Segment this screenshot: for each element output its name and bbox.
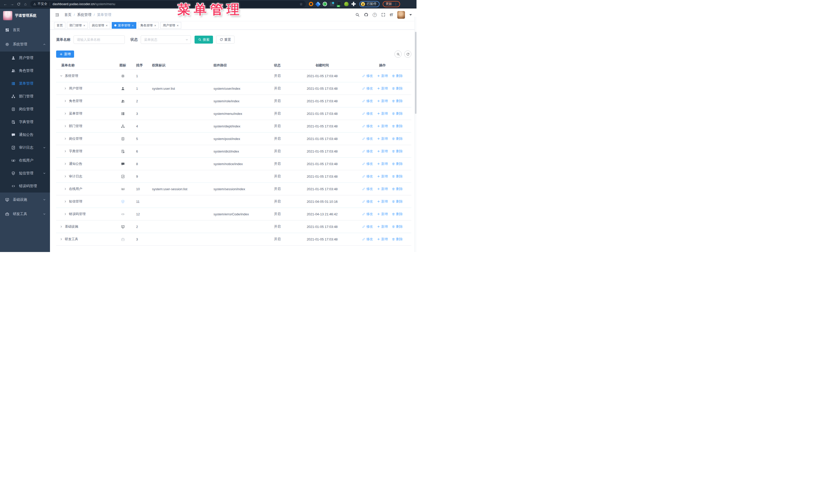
add-child-link[interactable]: 新增: [377, 162, 388, 166]
edit-link[interactable]: 修改: [362, 224, 373, 229]
delete-link[interactable]: 删除: [392, 99, 403, 103]
table-row[interactable]: 角色管理 2 system/role/index 开启 2021-01-05 1…: [56, 95, 411, 107]
sidebar-item-menu-table[interactable]: 菜单管理: [0, 77, 50, 90]
edit-link[interactable]: 修改: [362, 149, 373, 153]
sidebar-item-gear[interactable]: 系统管理: [0, 37, 50, 51]
user-menu-caret-icon[interactable]: [409, 14, 412, 16]
delete-link[interactable]: 删除: [392, 74, 403, 78]
edit-link[interactable]: 修改: [362, 99, 373, 103]
delete-link[interactable]: 删除: [392, 199, 403, 204]
delete-link[interactable]: 删除: [392, 237, 403, 241]
table-row[interactable]: 字典管理 6 system/dict/index 开启 2021-01-05 1…: [56, 145, 411, 158]
extension-check-icon[interactable]: [323, 2, 327, 6]
tab-close-icon[interactable]: ×: [132, 24, 134, 27]
add-child-link[interactable]: 新增: [377, 149, 388, 153]
add-child-link[interactable]: 新增: [377, 199, 388, 204]
edit-link[interactable]: 修改: [362, 136, 373, 141]
table-row[interactable]: 系统管理 1 开启 2021-01-05 17:03:48 修改 新增 删除: [56, 70, 411, 82]
add-child-link[interactable]: 新增: [377, 111, 388, 116]
sidebar-item-dashboard[interactable]: 首页: [0, 23, 50, 37]
sidebar-item-badge[interactable]: 岗位管理: [0, 103, 50, 116]
tab[interactable]: 菜单管理 ×: [112, 22, 136, 29]
edit-link[interactable]: 修改: [362, 86, 373, 91]
add-child-link[interactable]: 新增: [377, 124, 388, 128]
tab-close-icon[interactable]: ×: [83, 24, 85, 27]
sidebar-item-user[interactable]: 用户管理: [0, 51, 50, 64]
tab[interactable]: 岗位管理 ×: [90, 22, 111, 29]
add-child-link[interactable]: 新增: [377, 224, 388, 229]
sidebar-item-tree[interactable]: 部门管理: [0, 90, 50, 103]
sidebar-item-online[interactable]: 在线用户: [0, 154, 50, 167]
expand-chevron-icon[interactable]: [64, 200, 67, 203]
sidebar-toggle-icon[interactable]: [54, 13, 60, 17]
extensions-puzzle-icon[interactable]: [351, 2, 356, 6]
github-icon[interactable]: [364, 13, 368, 17]
table-row[interactable]: 通知公告 8 system/notice/index 开启 2021-01-05…: [56, 158, 411, 170]
table-row[interactable]: 基础设施 2 开启 2021-01-05 17:03:48 修改 新增 删除: [56, 220, 411, 233]
reset-button[interactable]: 重置: [216, 35, 235, 44]
breadcrumb-home[interactable]: 首页: [64, 13, 72, 17]
sidebar-item-dict[interactable]: 字典管理: [0, 116, 50, 128]
sidebar-item-monitor[interactable]: 基础设施: [0, 193, 50, 207]
expand-chevron-icon[interactable]: [64, 213, 67, 216]
delete-link[interactable]: 删除: [392, 124, 403, 128]
tab-close-icon[interactable]: ×: [154, 24, 156, 27]
expand-chevron-icon[interactable]: [64, 187, 67, 190]
add-child-link[interactable]: 新增: [377, 136, 388, 141]
expand-chevron-icon[interactable]: [64, 175, 67, 178]
menu-status-select[interactable]: 菜单状态: [141, 35, 191, 44]
add-button[interactable]: 新增: [56, 50, 74, 58]
table-row[interactable]: 部门管理 4 system/dept/index 开启 2021-01-05 1…: [56, 120, 411, 133]
edit-link[interactable]: 修改: [362, 212, 373, 216]
edit-link[interactable]: 修改: [362, 74, 373, 78]
edit-link[interactable]: 修改: [362, 187, 373, 191]
delete-link[interactable]: 删除: [392, 212, 403, 216]
browser-menu-icon[interactable]: ⋮: [394, 3, 398, 5]
browser-back-icon[interactable]: ←: [2, 1, 9, 7]
expand-chevron-icon[interactable]: [64, 150, 67, 153]
delete-link[interactable]: 删除: [392, 149, 403, 153]
browser-home-icon[interactable]: ⌂: [22, 1, 29, 7]
table-row[interactable]: 短信管理 11 开启 2021-04-05 01:10:16 修改 新增 删除: [56, 195, 411, 208]
bookmark-star-icon[interactable]: ☆: [300, 2, 303, 6]
search-icon[interactable]: [355, 13, 360, 17]
sidebar-item-shield[interactable]: 短信管理: [0, 167, 50, 180]
breadcrumb-system[interactable]: 系统管理: [77, 13, 92, 17]
table-row[interactable]: 菜单管理 3 system/menu/index 开启 2021-01-05 1…: [56, 107, 411, 120]
sidebar-item-code[interactable]: 错误码管理: [0, 180, 50, 193]
add-child-link[interactable]: 新增: [377, 74, 388, 78]
tab[interactable]: 角色管理 ×: [138, 22, 159, 29]
expand-chevron-icon[interactable]: [64, 137, 67, 140]
scrollbar-thumb[interactable]: [415, 32, 416, 114]
sidebar-logo[interactable]: 芋道管理系统: [0, 8, 50, 23]
add-child-link[interactable]: 新增: [377, 99, 388, 103]
edit-link[interactable]: 修改: [362, 199, 373, 204]
tab-close-icon[interactable]: ×: [176, 24, 178, 27]
sidebar-item-message[interactable]: 通知公告: [0, 128, 50, 141]
table-row[interactable]: 在线用户 10 system:user-session:list system/…: [56, 183, 411, 195]
address-bar[interactable]: ⚠ 不安全 dashboard.yudao.iocoder.cn /system…: [30, 1, 306, 7]
expand-chevron-icon[interactable]: [60, 238, 63, 241]
fullscreen-icon[interactable]: [381, 13, 385, 17]
browser-forward-icon[interactable]: →: [9, 1, 15, 7]
table-row[interactable]: 错误码管理 12 system/errorCode/index 开启 2021-…: [56, 208, 411, 220]
expand-chevron-icon[interactable]: [64, 112, 67, 115]
help-icon[interactable]: ?: [373, 13, 377, 17]
browser-reload-icon[interactable]: [15, 1, 22, 7]
tab[interactable]: 用户管理 ×: [160, 22, 181, 29]
edit-link[interactable]: 修改: [362, 111, 373, 116]
table-row[interactable]: 审计日志 9 开启 2021-01-05 17:03:48 修改 新增 删除: [56, 170, 411, 183]
sidebar-item-log[interactable]: 审计日志: [0, 141, 50, 154]
edit-link[interactable]: 修改: [362, 124, 373, 128]
extension-donut-icon[interactable]: [309, 2, 313, 6]
extension-switch-icon[interactable]: on: [337, 2, 341, 6]
expand-chevron-icon[interactable]: [64, 162, 67, 165]
tab[interactable]: 部门管理 ×: [67, 22, 88, 29]
table-row[interactable]: 用户管理 1 system:user:list system/user/inde…: [56, 82, 411, 95]
security-warning-icon[interactable]: ⚠: [33, 2, 36, 6]
extension-spy-icon[interactable]: [344, 2, 349, 6]
add-child-link[interactable]: 新增: [377, 187, 388, 191]
expand-chevron-icon[interactable]: [64, 87, 67, 90]
table-row[interactable]: 岗位管理 5 system/post/index 开启 2021-01-05 1…: [56, 133, 411, 145]
browser-update-button[interactable]: 更新 ⋮: [383, 1, 400, 7]
